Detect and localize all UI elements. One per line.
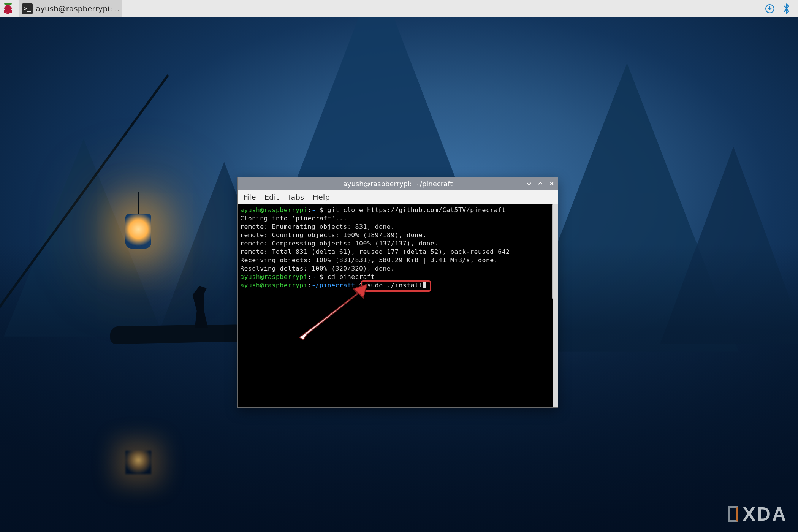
watermark: XDA (728, 503, 787, 525)
svg-point-7 (4, 3, 8, 5)
window-minimize-button[interactable] (525, 180, 533, 187)
menu-edit[interactable]: Edit (264, 193, 279, 202)
svg-point-5 (9, 10, 12, 13)
terminal-cursor (423, 282, 426, 288)
window-controls (525, 177, 556, 190)
window-titlebar[interactable]: ayush@raspberrypi: ~/pinecraft (238, 177, 558, 190)
system-tray (765, 0, 798, 17)
wallpaper-lantern (125, 214, 151, 249)
taskbar: >_ ayush@raspberrypi: .. (0, 0, 798, 17)
svg-point-6 (6, 11, 10, 14)
window-maximize-button[interactable] (537, 180, 544, 187)
svg-point-4 (4, 10, 7, 13)
terminal-output: remote: Compressing objects: 100% (137/1… (240, 239, 550, 248)
bluetooth-icon[interactable] (781, 3, 792, 14)
window-title: ayush@raspberrypi: ~/pinecraft (343, 180, 453, 188)
terminal-line: ayush@raspberrypi:~ $ cd pinecraft (240, 273, 550, 281)
window-close-button[interactable] (548, 180, 556, 187)
watermark-logo-icon (728, 506, 738, 522)
menu-tabs[interactable]: Tabs (287, 193, 304, 202)
menu-launcher[interactable] (0, 0, 17, 17)
download-icon[interactable] (765, 3, 775, 14)
desktop-wallpaper: ayush@raspberrypi: ~/pinecraft File Edit… (0, 17, 798, 532)
terminal-output: Resolving deltas: 100% (320/320), done. (240, 264, 550, 273)
terminal-window[interactable]: ayush@raspberrypi: ~/pinecraft File Edit… (238, 177, 558, 408)
terminal-output: Receiving objects: 100% (831/831), 580.2… (240, 256, 550, 264)
raspberry-icon (2, 2, 14, 15)
taskbar-app-label: ayush@raspberrypi: .. (36, 4, 119, 13)
terminal-command: cd pinecraft (328, 273, 375, 280)
watermark-text: XDA (743, 503, 787, 525)
menu-file[interactable]: File (243, 193, 256, 202)
terminal-icon: >_ (22, 3, 33, 14)
terminal-menubar: File Edit Tabs Help (238, 190, 558, 204)
taskbar-app-terminal[interactable]: >_ ayush@raspberrypi: .. (19, 0, 122, 17)
terminal-output: remote: Enumerating objects: 831, done. (240, 223, 550, 231)
terminal-command: sudo ./install (367, 282, 423, 289)
terminal-line: ayush@raspberrypi:~ $ git clone https://… (240, 206, 550, 214)
terminal-command: git clone https://github.com/Cat5TV/pine… (328, 206, 506, 214)
wallpaper-lantern-reflection (125, 451, 151, 474)
menu-help[interactable]: Help (312, 193, 330, 202)
terminal-body[interactable]: ayush@raspberrypi:~ $ git clone https://… (238, 204, 558, 407)
terminal-line: ayush@raspberrypi:~/pinecraft $ sudo ./i… (240, 281, 550, 290)
wallpaper-raft (110, 324, 247, 344)
svg-point-8 (8, 3, 12, 5)
terminal-output: remote: Total 831 (delta 61), reused 177… (240, 248, 550, 256)
terminal-output: remote: Counting objects: 100% (189/189)… (240, 231, 550, 239)
terminal-output: Cloning into 'pinecraft'... (240, 214, 550, 223)
